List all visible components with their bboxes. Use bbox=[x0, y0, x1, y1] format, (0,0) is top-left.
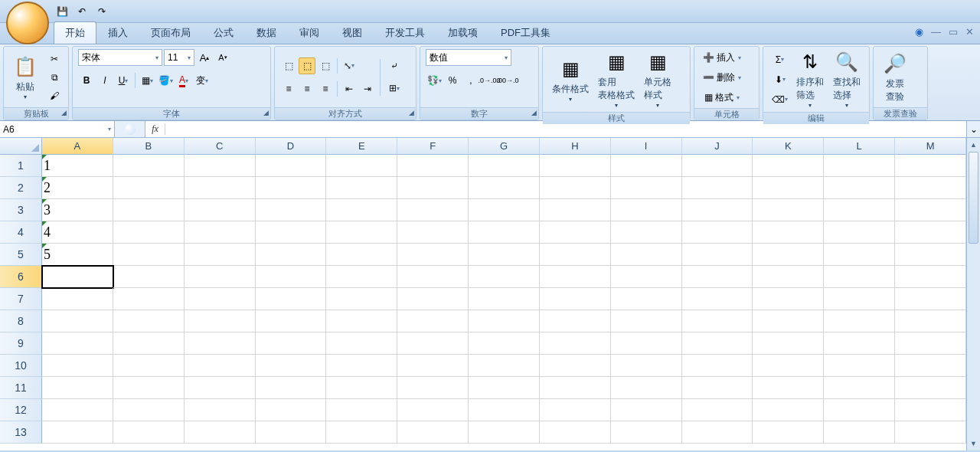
cell[interactable]: 2 bbox=[42, 177, 113, 199]
cell[interactable] bbox=[397, 266, 469, 288]
cell[interactable] bbox=[895, 377, 966, 399]
cell[interactable]: 3 bbox=[42, 199, 113, 221]
cell[interactable] bbox=[824, 244, 895, 266]
column-header[interactable]: C bbox=[185, 138, 256, 155]
row-header[interactable]: 12 bbox=[0, 399, 42, 421]
cell[interactable] bbox=[42, 355, 113, 377]
cell[interactable] bbox=[753, 221, 824, 244]
cell[interactable] bbox=[397, 310, 469, 332]
cell[interactable] bbox=[895, 155, 966, 177]
cell[interactable] bbox=[824, 221, 895, 244]
cell[interactable]: 5 bbox=[42, 244, 113, 266]
cell[interactable] bbox=[753, 421, 824, 444]
cell[interactable] bbox=[326, 199, 397, 221]
cell[interactable] bbox=[469, 421, 540, 444]
cell[interactable] bbox=[895, 288, 966, 310]
column-header[interactable]: G bbox=[469, 138, 540, 155]
cell[interactable] bbox=[540, 266, 611, 288]
cell[interactable] bbox=[185, 199, 256, 221]
bold-button[interactable]: B bbox=[78, 72, 95, 89]
cell[interactable] bbox=[611, 355, 682, 377]
column-header[interactable]: F bbox=[397, 138, 469, 155]
cell[interactable] bbox=[895, 266, 966, 288]
cell[interactable] bbox=[256, 221, 327, 244]
cell[interactable] bbox=[469, 377, 540, 399]
cell[interactable] bbox=[824, 177, 895, 199]
fill-color-button[interactable]: 🪣▾ bbox=[157, 72, 174, 89]
cell[interactable] bbox=[611, 244, 682, 266]
percent-button[interactable]: % bbox=[444, 72, 461, 89]
launcher-icon[interactable]: ◢ bbox=[61, 109, 67, 116]
cell[interactable] bbox=[895, 177, 966, 199]
cell[interactable] bbox=[682, 266, 753, 288]
invoice-check-button[interactable]: 🔎 发票 查验 bbox=[878, 50, 912, 105]
cell[interactable] bbox=[895, 221, 966, 244]
cell[interactable] bbox=[469, 177, 540, 199]
insert-cells-button[interactable]: ➕ 插入 ▾ bbox=[700, 49, 744, 66]
comma-button[interactable]: , bbox=[462, 72, 479, 89]
cell[interactable] bbox=[611, 288, 682, 310]
cell[interactable] bbox=[256, 310, 327, 332]
expand-formula-bar-icon[interactable]: ⌄ bbox=[966, 121, 980, 137]
vertical-scrollbar[interactable]: ▲ ▼ bbox=[966, 138, 980, 450]
cell[interactable] bbox=[682, 155, 753, 177]
tab-addins[interactable]: 加载项 bbox=[436, 21, 489, 44]
cell[interactable] bbox=[540, 421, 611, 444]
font-color-button[interactable]: A▾ bbox=[175, 72, 192, 89]
scroll-down-icon[interactable]: ▼ bbox=[967, 437, 980, 450]
cell[interactable] bbox=[682, 332, 753, 355]
cell[interactable] bbox=[326, 244, 397, 266]
minimize-icon[interactable]: — bbox=[931, 26, 941, 38]
tab-developer[interactable]: 开发工具 bbox=[374, 21, 436, 44]
cell[interactable] bbox=[682, 377, 753, 399]
align-right-icon[interactable]: ≡ bbox=[317, 80, 334, 97]
cell[interactable] bbox=[824, 155, 895, 177]
cell[interactable] bbox=[42, 266, 113, 288]
find-select-button[interactable]: 🔍 查找和 选择 ▾ bbox=[828, 48, 865, 110]
tab-data[interactable]: 数据 bbox=[245, 21, 288, 44]
cell[interactable] bbox=[326, 421, 397, 444]
cell[interactable] bbox=[113, 399, 185, 421]
cell[interactable] bbox=[753, 355, 824, 377]
cell[interactable] bbox=[326, 177, 397, 199]
cell[interactable] bbox=[753, 399, 824, 421]
cell[interactable] bbox=[753, 310, 824, 332]
cell[interactable] bbox=[611, 155, 682, 177]
cell[interactable] bbox=[397, 221, 469, 244]
cell[interactable] bbox=[185, 332, 256, 355]
italic-button[interactable]: I bbox=[96, 72, 113, 89]
cell[interactable] bbox=[895, 399, 966, 421]
cell[interactable] bbox=[611, 199, 682, 221]
tab-pdf-tools[interactable]: PDF工具集 bbox=[489, 21, 562, 44]
cell[interactable] bbox=[185, 177, 256, 199]
cell[interactable] bbox=[753, 244, 824, 266]
cell[interactable] bbox=[256, 155, 327, 177]
cell[interactable] bbox=[824, 266, 895, 288]
cell[interactable] bbox=[397, 355, 469, 377]
cell[interactable] bbox=[185, 244, 256, 266]
cell[interactable] bbox=[540, 244, 611, 266]
cell[interactable] bbox=[185, 266, 256, 288]
paste-button[interactable]: 📋 粘贴 ▾ bbox=[8, 53, 42, 102]
increase-font-icon[interactable]: A▴ bbox=[196, 49, 213, 66]
cell[interactable] bbox=[824, 310, 895, 332]
cell[interactable] bbox=[895, 421, 966, 444]
cell[interactable] bbox=[397, 332, 469, 355]
cell[interactable] bbox=[824, 199, 895, 221]
decrease-decimal-icon[interactable]: .00→.0 bbox=[499, 72, 516, 89]
cell[interactable] bbox=[256, 399, 327, 421]
cell[interactable] bbox=[895, 355, 966, 377]
cell[interactable] bbox=[895, 199, 966, 221]
cell[interactable] bbox=[326, 221, 397, 244]
sort-filter-button[interactable]: ⇅ 排序和 筛选 ▾ bbox=[792, 48, 828, 110]
cell[interactable] bbox=[397, 399, 469, 421]
cell[interactable] bbox=[682, 177, 753, 199]
tab-formulas[interactable]: 公式 bbox=[202, 21, 245, 44]
column-header[interactable]: H bbox=[540, 138, 611, 155]
qat-save-icon[interactable]: 💾 bbox=[54, 3, 70, 20]
number-format-combo[interactable]: 数值▾ bbox=[426, 49, 511, 66]
column-header[interactable]: L bbox=[824, 138, 895, 155]
help-icon[interactable]: ◉ bbox=[915, 26, 923, 38]
cell[interactable] bbox=[611, 177, 682, 199]
row-header[interactable]: 9 bbox=[0, 332, 42, 355]
